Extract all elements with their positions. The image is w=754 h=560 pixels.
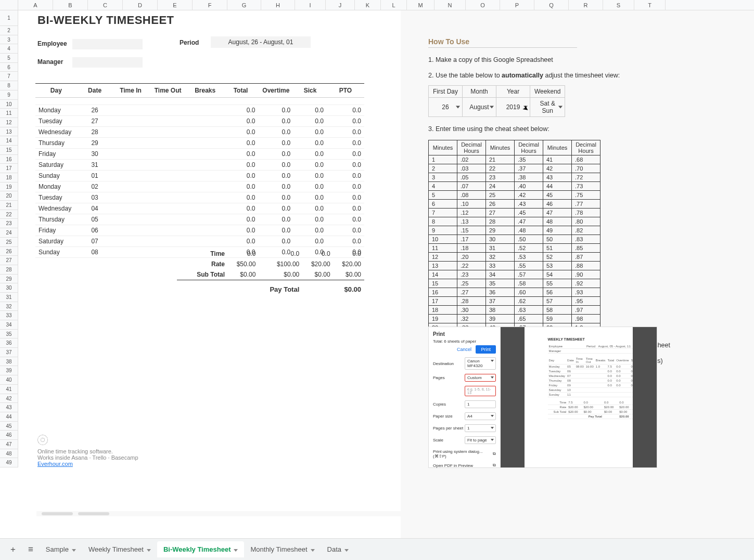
ts-cell[interactable] bbox=[113, 105, 149, 116]
row-header[interactable]: 39 bbox=[0, 366, 18, 375]
col-header[interactable]: E bbox=[158, 0, 193, 10]
col-header[interactable]: K bbox=[355, 0, 381, 10]
row-header[interactable]: 27 bbox=[0, 256, 18, 265]
ts-cell[interactable] bbox=[187, 192, 223, 203]
sheet-tab[interactable]: Weekly Timesheet bbox=[82, 541, 157, 557]
select-all-corner[interactable] bbox=[0, 0, 18, 10]
ts-cell[interactable]: Monday bbox=[35, 181, 77, 192]
ts-cell[interactable]: 0.0 bbox=[327, 192, 364, 203]
period-value[interactable]: August, 26 - August, 01 bbox=[211, 36, 311, 48]
sheet-tab[interactable]: Data bbox=[321, 541, 355, 557]
col-header[interactable]: I bbox=[295, 0, 326, 10]
row-header[interactable]: 24 bbox=[0, 228, 18, 238]
ts-cell[interactable] bbox=[113, 247, 149, 258]
ts-cell[interactable]: 0.0 bbox=[327, 116, 364, 127]
scale-select[interactable]: Fit to page bbox=[465, 436, 496, 444]
ts-cell[interactable]: 0.0 bbox=[327, 105, 364, 116]
ts-cell[interactable]: 0.0 bbox=[258, 214, 293, 225]
ts-cell[interactable]: 0.0 bbox=[293, 225, 327, 236]
ts-cell[interactable]: 0.0 bbox=[327, 160, 364, 171]
row-header[interactable]: 43 bbox=[0, 403, 18, 412]
ts-row[interactable]: Saturday070.00.00.00.0 bbox=[35, 236, 364, 247]
ts-cell[interactable]: 0.0 bbox=[293, 171, 327, 181]
row-header[interactable]: 18 bbox=[0, 173, 18, 183]
col-header[interactable]: T bbox=[634, 0, 666, 10]
ts-row[interactable]: Thursday290.00.00.00.0 bbox=[35, 138, 364, 149]
ts-cell[interactable]: 31 bbox=[77, 160, 113, 171]
ts-cell[interactable] bbox=[187, 127, 223, 138]
ts-cell[interactable]: 02 bbox=[77, 181, 113, 192]
ts-cell[interactable]: 0.0 bbox=[223, 116, 259, 127]
ts-cell[interactable] bbox=[187, 203, 223, 214]
col-header[interactable]: N bbox=[434, 0, 466, 10]
ts-cell[interactable]: 04 bbox=[77, 203, 113, 214]
ts-cell[interactable] bbox=[148, 160, 187, 171]
ts-cell[interactable]: 0.0 bbox=[258, 105, 293, 116]
dest-select[interactable]: Canon MF4320 bbox=[465, 357, 496, 370]
ts-cell[interactable]: 28 bbox=[77, 127, 113, 138]
ts-cell[interactable] bbox=[187, 149, 223, 160]
ts-cell[interactable]: 0.0 bbox=[223, 203, 259, 214]
row-header[interactable]: 7 bbox=[0, 72, 18, 81]
ctrl-dropdown[interactable]: Sat & Sun bbox=[530, 98, 565, 117]
ts-cell[interactable]: 0.0 bbox=[327, 149, 364, 160]
ts-cell[interactable] bbox=[113, 127, 149, 138]
pages-select[interactable]: Custom bbox=[465, 374, 496, 382]
ts-cell[interactable]: 0.0 bbox=[258, 225, 293, 236]
ts-cell[interactable]: 0.0 bbox=[293, 149, 327, 160]
ts-row[interactable]: Friday060.00.00.00.0 bbox=[35, 225, 364, 236]
ts-cell[interactable]: 0.0 bbox=[293, 116, 327, 127]
row-header[interactable]: 46 bbox=[0, 431, 18, 440]
row-header[interactable]: 20 bbox=[0, 191, 18, 201]
row-header[interactable]: 14 bbox=[0, 136, 18, 146]
col-header[interactable]: L bbox=[381, 0, 407, 10]
col-header[interactable]: O bbox=[466, 0, 500, 10]
row-header[interactable]: 23 bbox=[0, 219, 18, 228]
ts-cell[interactable] bbox=[113, 171, 149, 181]
ts-cell[interactable]: 0.0 bbox=[223, 192, 259, 203]
ts-cell[interactable]: 30 bbox=[77, 149, 113, 160]
col-header[interactable]: R bbox=[569, 0, 603, 10]
ts-cell[interactable]: 06 bbox=[77, 225, 113, 236]
ts-row[interactable]: Wednesday280.00.00.00.0 bbox=[35, 127, 364, 138]
add-sheet-button[interactable]: + bbox=[4, 544, 22, 555]
ts-cell[interactable]: Sunday bbox=[35, 247, 77, 258]
ts-cell[interactable]: Monday bbox=[35, 105, 77, 116]
ts-cell[interactable]: 0.0 bbox=[223, 138, 259, 149]
row-header[interactable]: 22 bbox=[0, 210, 18, 219]
ts-cell[interactable]: 0.0 bbox=[258, 203, 293, 214]
pps-select[interactable]: 1 bbox=[465, 424, 496, 432]
col-header[interactable]: H bbox=[261, 0, 295, 10]
ts-cell[interactable] bbox=[113, 138, 149, 149]
horizontal-scrollbar-track[interactable] bbox=[36, 511, 747, 516]
col-header[interactable]: G bbox=[227, 0, 261, 10]
ts-cell[interactable]: 05 bbox=[77, 214, 113, 225]
col-header[interactable]: B bbox=[53, 0, 88, 10]
ts-cell[interactable] bbox=[148, 225, 187, 236]
row-header[interactable]: 49 bbox=[0, 458, 18, 467]
print-cancel-button[interactable]: Cancel bbox=[457, 347, 471, 352]
ts-cell[interactable] bbox=[148, 181, 187, 192]
row-header[interactable]: 26 bbox=[0, 247, 18, 256]
ts-cell[interactable] bbox=[113, 192, 149, 203]
ts-cell[interactable]: Thursday bbox=[35, 138, 77, 149]
paper-select[interactable]: A4 bbox=[465, 412, 496, 420]
ts-cell[interactable]: 0.0 bbox=[258, 149, 293, 160]
ts-cell[interactable]: Sunday bbox=[35, 171, 77, 181]
ctrl-dropdown[interactable]: 2019 bbox=[496, 98, 530, 117]
ts-cell[interactable]: 0.0 bbox=[223, 149, 259, 160]
row-header[interactable]: 4 bbox=[0, 44, 18, 54]
ts-cell[interactable]: 0.0 bbox=[258, 181, 293, 192]
ts-cell[interactable] bbox=[148, 105, 187, 116]
ts-cell[interactable]: 0.0 bbox=[223, 171, 259, 181]
ts-cell[interactable]: 0.0 bbox=[327, 181, 364, 192]
ts-cell[interactable]: Tuesday bbox=[35, 116, 77, 127]
ts-cell[interactable]: 0.0 bbox=[258, 138, 293, 149]
sheet-tab[interactable]: Sample bbox=[40, 541, 82, 557]
ts-cell[interactable]: 29 bbox=[77, 138, 113, 149]
ts-cell[interactable] bbox=[187, 214, 223, 225]
ts-cell[interactable]: Friday bbox=[35, 225, 77, 236]
ts-cell[interactable]: 0.0 bbox=[293, 160, 327, 171]
row-header[interactable]: 34 bbox=[0, 320, 18, 330]
ts-row[interactable]: Tuesday270.00.00.00.0 bbox=[35, 116, 364, 127]
